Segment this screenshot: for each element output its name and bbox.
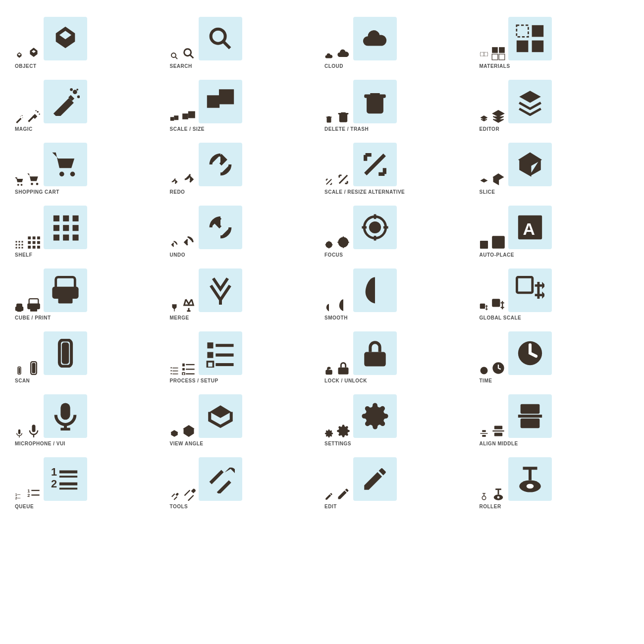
lock-unlock-label: LOCK / UNLOCK <box>324 378 367 383</box>
global-scale-label: GLOBAL SCALE <box>480 315 522 321</box>
svg-rect-64 <box>54 235 59 241</box>
svg-point-167 <box>497 496 499 499</box>
svg-rect-113 <box>172 371 178 372</box>
tools-icon-sm <box>182 487 196 501</box>
svg-point-19 <box>39 113 40 114</box>
group-scale-resize-alt: SCALE / RESIZE ALTERNATIVE <box>324 141 475 199</box>
svg-rect-53 <box>33 241 36 244</box>
microphone-vui-icon-sm <box>27 424 41 438</box>
svg-rect-26 <box>174 116 178 120</box>
svg-point-74 <box>339 238 348 247</box>
svg-point-21 <box>73 90 77 94</box>
slice-icon-xs <box>480 177 488 186</box>
trash-icon-lg <box>353 80 397 123</box>
svg-text:2: 2 <box>27 493 30 498</box>
svg-point-20 <box>36 110 37 111</box>
merge-icon-xs <box>170 303 179 312</box>
scale-size-icon-xs <box>170 114 179 123</box>
group-global-scale: GLOBAL SCALE <box>480 267 630 324</box>
svg-rect-139 <box>60 403 70 420</box>
svg-rect-11 <box>499 54 505 60</box>
svg-point-23 <box>70 88 73 91</box>
settings-label: SETTINGS <box>324 441 351 446</box>
group-auto-place: A A A AUTO-PLACE <box>480 204 630 262</box>
scale-size-label: SCALE / SIZE <box>170 126 205 132</box>
group-roller: ROLLER <box>480 455 630 513</box>
group-shopping-cart: SHOPPING CART <box>15 141 165 199</box>
tools-label: TOOLS <box>170 504 188 509</box>
svg-rect-10 <box>492 54 498 60</box>
object-icon-xs <box>15 52 24 60</box>
scan-icon-xs <box>15 366 24 375</box>
cart-icon-xs <box>15 177 24 186</box>
shelf-label: SHELF <box>15 252 32 258</box>
time-label: TIME <box>480 378 492 383</box>
svg-rect-119 <box>182 368 185 371</box>
svg-rect-41 <box>19 241 20 243</box>
svg-rect-105 <box>19 368 20 374</box>
svg-rect-129 <box>326 370 332 374</box>
scale-size-icon-lg <box>199 80 242 123</box>
svg-rect-29 <box>208 97 217 106</box>
svg-rect-103 <box>517 277 532 292</box>
redo-label: REDO <box>170 189 185 195</box>
focus-icon-sm <box>336 235 350 249</box>
svg-rect-144 <box>482 435 486 437</box>
group-time: TIME <box>480 329 630 387</box>
svg-point-34 <box>18 184 19 185</box>
smooth-icon-lg <box>353 268 397 312</box>
svg-rect-33 <box>364 95 386 98</box>
scan-icon-lg <box>44 331 87 375</box>
roller-label: ROLLER <box>480 504 501 509</box>
trash-icon-sm <box>336 109 350 123</box>
svg-rect-121 <box>182 373 185 375</box>
svg-rect-40 <box>16 241 17 243</box>
svg-rect-45 <box>22 244 23 246</box>
undo-icon-xs <box>170 240 179 249</box>
search-icon-xs <box>170 52 179 60</box>
edit-icon-xs <box>324 492 333 501</box>
cube-print-icon-xs <box>15 303 24 312</box>
lock-unlock-icon-lg <box>353 331 397 375</box>
object-icon-sm <box>27 47 41 60</box>
edit-icon-sm <box>336 487 350 501</box>
search-icon-sm <box>182 47 196 60</box>
svg-rect-62 <box>63 225 69 231</box>
scale-resize-alt-label: SCALE / RESIZE ALTERNATIVE <box>324 189 405 195</box>
trash-icon-xs <box>324 114 333 123</box>
edit-label: EDIT <box>324 504 337 509</box>
svg-rect-101 <box>480 304 484 309</box>
roller-icon-xs <box>480 492 488 501</box>
delete-trash-label: DELETE / TRASH <box>324 126 369 132</box>
lock-unlock-icon-sm <box>336 361 350 375</box>
svg-point-39 <box>70 172 75 177</box>
svg-point-18 <box>37 111 39 113</box>
svg-rect-58 <box>54 215 59 221</box>
svg-rect-99 <box>58 294 73 303</box>
queue-label: QUEUE <box>15 504 34 509</box>
shelf-icon-lg <box>44 206 87 249</box>
slice-label: SLICE <box>480 189 495 195</box>
slice-icon-sm <box>491 172 505 186</box>
merge-label: MERGE <box>170 315 189 321</box>
process-setup-label: PROCESS / SETUP <box>170 378 218 383</box>
svg-rect-93 <box>17 309 21 311</box>
undo-label: UNDO <box>170 252 185 258</box>
settings-icon-lg <box>353 394 397 438</box>
search-label: SEARCH <box>170 63 192 69</box>
svg-rect-137 <box>32 425 36 432</box>
slice-icon-lg <box>508 143 552 186</box>
svg-point-163 <box>482 496 486 500</box>
svg-rect-51 <box>37 236 40 239</box>
group-scale-size: SCALE / SIZE <box>170 78 320 136</box>
svg-line-3 <box>190 55 193 58</box>
scan-label: SCAN <box>15 378 30 383</box>
auto-place-icon-lg: A <box>508 206 552 249</box>
global-scale-icon-sm <box>491 298 505 312</box>
svg-text:2: 2 <box>51 478 57 490</box>
focus-icon-lg <box>353 206 397 249</box>
group-magic: MAGIC <box>15 78 165 136</box>
svg-text:A: A <box>523 219 535 238</box>
group-scan: SCAN <box>15 329 165 387</box>
svg-point-2 <box>184 49 191 56</box>
